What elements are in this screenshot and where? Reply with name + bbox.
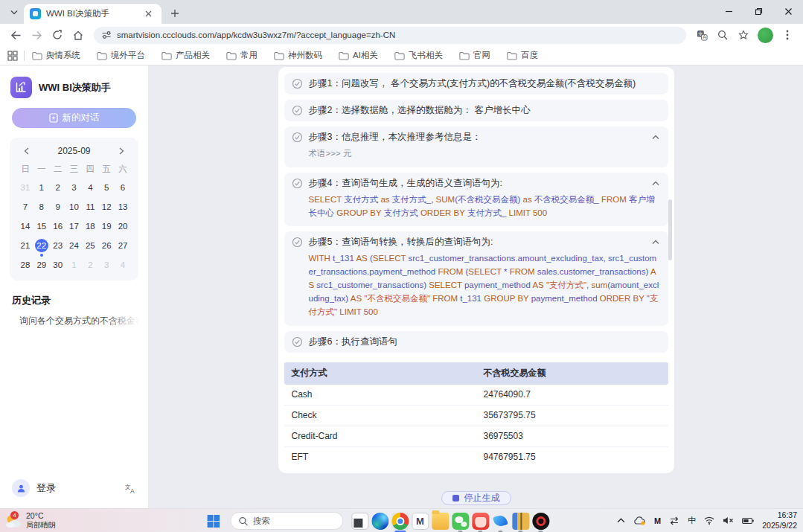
tray-battery-icon[interactable] — [742, 517, 754, 525]
collapse-chevron-icon[interactable] — [650, 238, 661, 246]
calendar-day[interactable]: 10 — [66, 200, 83, 214]
taskbar-clock[interactable]: 16:37 2025/9/22 — [762, 510, 797, 531]
calendar-day[interactable]: 11 — [82, 200, 98, 214]
profile-avatar[interactable] — [758, 28, 773, 43]
bookmark-item[interactable]: 常用 — [226, 50, 257, 61]
archive-app-glyph — [512, 513, 529, 530]
forward-button[interactable] — [27, 25, 46, 45]
user-avatar-icon[interactable] — [12, 479, 30, 497]
address-bar[interactable]: smartvision.ccclouds.com/app/kcdw3u3wxz7… — [94, 27, 686, 44]
calendar-day[interactable]: 17 — [66, 219, 83, 233]
tray-chevron-up-icon[interactable] — [617, 518, 625, 523]
calendar-day[interactable]: 7 — [17, 200, 33, 214]
calendar-day[interactable]: 20 — [115, 219, 131, 233]
collapse-chevron-icon[interactable] — [650, 179, 661, 188]
calendar-day[interactable]: 22 — [33, 239, 50, 252]
calendar-day[interactable]: 19 — [98, 219, 115, 233]
minimize-button[interactable] — [714, 0, 743, 22]
tab-search-chevron-icon[interactable] — [4, 2, 24, 22]
back-button[interactable] — [6, 25, 25, 45]
calendar-day[interactable]: 5 — [98, 181, 115, 194]
folder-icon — [226, 51, 237, 60]
calendar-day[interactable]: 4 — [82, 181, 98, 194]
calendar-day[interactable]: 1 — [33, 181, 50, 194]
new-tab-button[interactable] — [167, 6, 182, 21]
recorder-app-icon[interactable] — [532, 513, 549, 530]
translate-icon[interactable]: 文A — [692, 25, 711, 45]
language-icon[interactable]: 文A — [124, 483, 136, 494]
calendar-day[interactable]: 23 — [50, 239, 66, 252]
calendar-day[interactable]: 9 — [50, 200, 66, 214]
calendar-day[interactable]: 16 — [50, 219, 66, 233]
bookmark-item[interactable]: 舆情系统 — [32, 50, 80, 61]
calendar-day[interactable]: 13 — [115, 200, 131, 214]
reload-button[interactable] — [48, 25, 67, 45]
calendar-day[interactable]: 29 — [33, 258, 50, 272]
browser-menu-icon[interactable] — [778, 25, 797, 45]
home-button[interactable] — [68, 25, 88, 45]
calendar-day[interactable]: 27 — [115, 239, 131, 252]
calendar-day[interactable]: 26 — [98, 239, 115, 252]
marktext-icon[interactable] — [412, 513, 429, 530]
calendar-day[interactable]: 4 — [115, 258, 131, 272]
apps-grid-icon[interactable] — [7, 51, 18, 61]
tray-m-app-icon[interactable]: M — [654, 516, 661, 525]
bookmark-item[interactable]: 产品相关 — [161, 50, 210, 61]
restore-button[interactable] — [743, 0, 773, 22]
tray-input-method-icon[interactable]: 中 — [688, 515, 696, 526]
archive-app-icon[interactable] — [512, 513, 529, 530]
blue-app-icon[interactable] — [492, 513, 509, 530]
edge-icon[interactable] — [371, 513, 388, 530]
file-explorer-icon[interactable] — [432, 513, 449, 530]
calendar-day[interactable]: 2 — [82, 258, 98, 272]
bookmark-item[interactable]: 百度 — [507, 50, 538, 61]
wechat-icon[interactable] — [452, 513, 469, 530]
tray-volume-muted-icon[interactable] — [723, 516, 734, 525]
bookmark-item[interactable]: AI相关 — [339, 50, 378, 61]
new-chat-button[interactable]: 新的对话 — [12, 108, 136, 128]
calendar-day[interactable]: 28 — [17, 258, 33, 272]
tray-wifi-icon[interactable] — [704, 516, 714, 525]
tray-cloud-sync-icon[interactable] — [633, 516, 646, 525]
calendar-day[interactable]: 25 — [82, 239, 98, 252]
calendar-next-icon[interactable] — [116, 145, 128, 157]
bookmark-item[interactable]: 飞书相关 — [394, 50, 443, 61]
collapse-chevron-icon[interactable] — [650, 133, 661, 141]
task-view-icon[interactable] — [351, 513, 368, 530]
calendar-day[interactable]: 3 — [98, 258, 115, 272]
stop-generating-button[interactable]: 停止生成 — [441, 491, 511, 505]
calendar-day[interactable]: 21 — [17, 239, 33, 252]
calendar-prev-icon[interactable] — [20, 145, 32, 157]
tray-network-icon[interactable] — [669, 516, 679, 525]
calendar-day[interactable]: 8 — [33, 200, 50, 214]
close-window-button[interactable] — [773, 0, 803, 22]
chrome-icon[interactable] — [391, 513, 409, 530]
marktext-glyph — [412, 513, 429, 530]
taskbar-weather[interactable]: 4 20°C 局部晴朗 — [4, 511, 56, 531]
calendar-day[interactable]: 1 — [66, 258, 83, 272]
chat-scrollbar[interactable] — [668, 199, 672, 260]
start-button[interactable] — [204, 511, 223, 531]
calendar-day[interactable]: 31 — [17, 181, 33, 194]
calendar-day[interactable]: 6 — [115, 181, 131, 194]
calendar-day[interactable]: 18 — [82, 219, 98, 233]
calendar-day[interactable]: 24 — [66, 239, 83, 252]
zoom-icon[interactable] — [713, 25, 732, 45]
bookmark-item[interactable]: 神州数码 — [274, 50, 322, 61]
step-body: SELECT 支付方式 as 支付方式_, SUM(不含税交易金额) as 不含… — [309, 193, 659, 220]
bookmark-item[interactable]: 境外平台 — [97, 50, 145, 61]
tab-close-icon[interactable] — [141, 7, 156, 22]
red-cat-app-icon[interactable] — [472, 513, 489, 530]
browser-tab[interactable]: WWI BI决策助手 — [24, 4, 161, 24]
calendar-day[interactable]: 30 — [50, 258, 66, 272]
calendar-day[interactable]: 2 — [50, 181, 66, 194]
bookmark-star-icon[interactable] — [734, 25, 753, 45]
bookmark-item[interactable]: 官网 — [459, 50, 490, 61]
calendar-day[interactable]: 12 — [98, 200, 115, 214]
calendar-day[interactable]: 14 — [17, 219, 33, 233]
calendar-day[interactable]: 15 — [33, 219, 50, 233]
login-button[interactable]: 登录 — [36, 481, 56, 495]
calendar-day[interactable]: 3 — [66, 181, 83, 194]
taskbar-search[interactable]: 搜索 — [230, 512, 343, 530]
history-item[interactable]: 询问各个交易方式的不含税金额 — [19, 315, 139, 327]
